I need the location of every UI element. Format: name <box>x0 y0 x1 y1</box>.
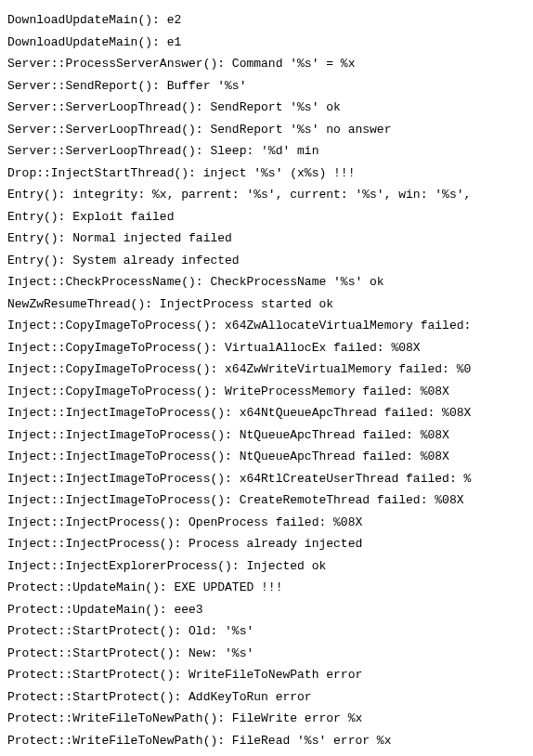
code-line: Inject::InjectProcess(): OpenProcess fai… <box>7 512 526 534</box>
code-line: Protect::WriteFileToNewPath(): FileWrite… <box>7 708 526 730</box>
code-line: Server::ProcessServerAnswer(): Command '… <box>7 53 526 75</box>
code-line: Inject::InjectExplorerProcess(): Injecte… <box>7 555 526 578</box>
code-line: Inject::CheckProcessName(): CheckProcess… <box>7 271 526 293</box>
code-line: Server::ServerLoopThread(): Sleep: '%d' … <box>7 140 526 163</box>
code-line: Entry(): System already infected <box>7 250 526 272</box>
code-line: Protect::UpdateMain(): EXE UPDATED !!! <box>7 577 526 599</box>
code-line: Protect::StartProtect(): Old: '%s' <box>7 620 526 643</box>
code-line: Protect::StartProtect(): WriteFileToNewP… <box>7 664 526 686</box>
code-line: Entry(): Normal injected failed <box>7 228 526 250</box>
code-line: Inject::InjectImageToProcess(): CreateRe… <box>7 489 526 512</box>
code-line: Inject::CopyImageToProcess(): WriteProce… <box>7 381 526 403</box>
code-line: Entry(): Exploit failed <box>7 206 526 228</box>
code-line: Inject::InjectProcess(): Process already… <box>7 533 526 555</box>
code-line: NewZwResumeThread(): InjectProcess start… <box>7 293 526 316</box>
code-line: Protect::UpdateMain(): eee3 <box>7 599 526 621</box>
code-listing: DownloadUpdateMain(): e2DownloadUpdateMa… <box>7 9 526 756</box>
code-line: Inject::InjectImageToProcess(): x64RtlCr… <box>7 468 526 490</box>
code-line: Server::ServerLoopThread(): SendReport '… <box>7 119 526 141</box>
code-line: Protect::StartProtect(): New: '%s' <box>7 643 526 665</box>
code-line: Drop::InjectStartThread(): inject '%s' (… <box>7 163 526 185</box>
code-line: Inject::CopyImageToProcess(): x64ZwWrite… <box>7 358 526 381</box>
code-line: Server::SendReport(): Buffer '%s' <box>7 75 526 98</box>
code-line: Inject::CopyImageToProcess(): VirtualAll… <box>7 337 526 359</box>
code-line: Entry(): integrity: %x, parrent: '%s', c… <box>7 184 526 206</box>
code-line: Inject::InjectImageToProcess(): x64NtQue… <box>7 402 526 424</box>
code-line: Protect::WriteFileToNewPath(): FileRead … <box>7 730 526 752</box>
code-line: Protect::StartProtect(): AddKeyToRun err… <box>7 686 526 709</box>
code-line: Inject::InjectImageToProcess(): NtQueueA… <box>7 424 526 447</box>
code-line: Modules::ModuleLoad(): Module: '%s' Load… <box>7 751 526 756</box>
code-line: Inject::CopyImageToProcess(): x64ZwAlloc… <box>7 315 526 337</box>
code-line: DownloadUpdateMain(): e2 <box>7 9 526 32</box>
code-line: Inject::InjectImageToProcess(): NtQueueA… <box>7 446 526 468</box>
code-line: DownloadUpdateMain(): e1 <box>7 32 526 54</box>
code-line: Server::ServerLoopThread(): SendReport '… <box>7 97 526 119</box>
